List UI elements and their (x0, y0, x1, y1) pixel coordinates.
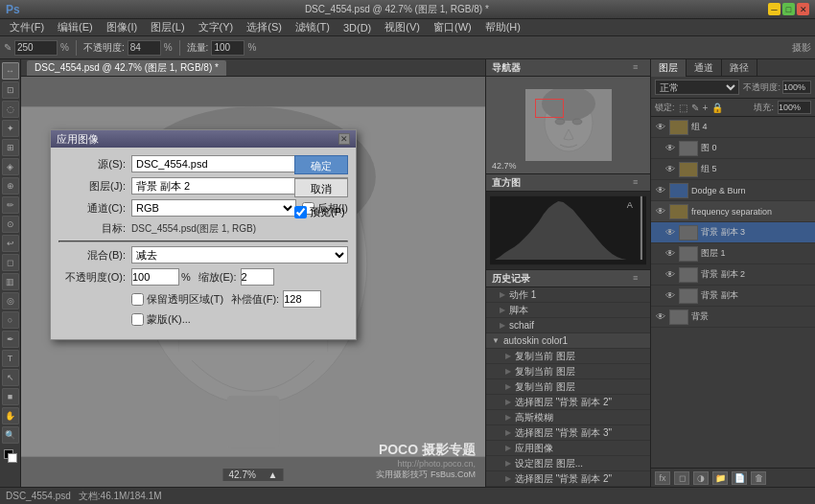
tab-paths[interactable]: 路径 (722, 59, 757, 77)
visibility-icon[interactable]: 👁 (664, 143, 676, 154)
magic-wand-tool[interactable]: ✦ (2, 120, 19, 137)
offset-input[interactable] (283, 290, 321, 308)
tab-layers[interactable]: 图层 (651, 59, 687, 77)
visibility-icon[interactable]: 👁 (664, 290, 676, 302)
dialog-cancel-button[interactable]: 取消 (294, 178, 348, 197)
history-item[interactable]: ▶ 选择图层 "背景 副本 2" (486, 471, 650, 487)
menu-file[interactable]: 文件(F) (4, 19, 50, 35)
minimize-button[interactable]: ─ (768, 3, 780, 15)
visibility-icon[interactable]: 👁 (655, 311, 666, 323)
blend-mode-select[interactable]: 正常 (655, 80, 739, 95)
layer-item[interactable]: 👁 背景 (651, 307, 815, 328)
layer-item[interactable]: 👁 背景 副本 2 (651, 264, 815, 286)
lock-image-icon[interactable]: ✎ (691, 103, 699, 113)
layer-item[interactable]: 👁 Dodge & Burn (651, 180, 815, 201)
dialog-close-button[interactable]: ✕ (338, 133, 350, 145)
shape-tool[interactable]: ■ (2, 388, 19, 405)
path-select-tool[interactable]: ↖ (2, 369, 19, 386)
history-item[interactable]: ▶ 设定图层 图层... (486, 456, 650, 471)
history-item[interactable]: ▶ 动作 1 (486, 287, 650, 303)
canvas-tab-item[interactable]: DSC_4554.psd @ 42.7% (图层 1, RGB/8) * (27, 60, 226, 76)
lock-all-icon[interactable]: 🔒 (711, 103, 723, 113)
layer-item[interactable]: 👁 组 4 (651, 117, 815, 138)
flow-input[interactable] (211, 40, 244, 56)
delete-layer-button[interactable]: 🗑 (751, 471, 766, 485)
history-item[interactable]: ▶ 选择图层 "背景 副本 2" (486, 395, 650, 410)
dialog-ok-button[interactable]: 确定 (294, 155, 348, 174)
visibility-icon[interactable]: 👁 (664, 269, 676, 281)
visibility-icon[interactable]: 👁 (664, 164, 676, 175)
healing-tool[interactable]: ⊕ (2, 177, 19, 195)
visibility-icon[interactable]: 👁 (664, 248, 676, 260)
dodge-tool[interactable]: ○ (2, 311, 19, 329)
opacity-value[interactable] (782, 80, 811, 94)
preserve-checkbox[interactable] (131, 293, 144, 306)
close-button[interactable]: ✕ (797, 3, 809, 15)
blur-tool[interactable]: ◎ (2, 292, 19, 309)
navigator-menu-icon[interactable]: ≡ (633, 62, 644, 74)
history-brush-tool[interactable]: ↩ (2, 235, 19, 252)
history-item[interactable]: ▶ 脚本 (486, 303, 650, 318)
menu-select[interactable]: 选择(S) (241, 19, 288, 35)
pen-tool[interactable]: ✒ (2, 331, 19, 348)
menu-layer[interactable]: 图层(L) (145, 19, 190, 35)
menu-help[interactable]: 帮助(H) (479, 19, 526, 35)
layers-list[interactable]: 👁 组 4 👁 图 0 👁 组 5 👁 (651, 117, 815, 468)
canvas-content[interactable]: 134772 POCO 摄影专题 http://photo.poco.cn, 实… (21, 77, 485, 487)
zoom-input[interactable] (14, 40, 58, 56)
scale-input[interactable] (241, 268, 274, 286)
menu-window[interactable]: 窗口(W) (428, 19, 477, 35)
layer-item[interactable]: 👁 frequency separation (651, 201, 815, 222)
visibility-icon[interactable]: 👁 (655, 206, 666, 218)
zoom-tool[interactable]: 🔍 (2, 426, 19, 444)
hand-tool[interactable]: ✋ (2, 407, 19, 424)
visibility-icon[interactable]: 👁 (655, 122, 666, 133)
history-content[interactable]: ▶ 动作 1 ▶ 脚本 ▶ schaif ▼ autoskin color1 (486, 287, 650, 487)
eraser-tool[interactable]: ◻ (2, 254, 19, 271)
adjustment-button[interactable]: ◑ (693, 471, 709, 485)
new-group-button[interactable]: 📁 (712, 471, 728, 485)
move-tool[interactable]: ↔ (2, 62, 19, 80)
history-item[interactable]: ▶ 复制当前 图层 (486, 379, 650, 395)
lasso-tool[interactable]: ◌ (2, 101, 19, 118)
brush-tool[interactable]: ✏ (2, 196, 19, 214)
history-section[interactable]: ▼ autoskin color1 (486, 333, 650, 349)
fx-button[interactable]: fx (655, 471, 670, 485)
clone-tool[interactable]: ⊙ (2, 216, 19, 233)
add-mask-button[interactable]: ◻ (674, 471, 689, 485)
layer-item[interactable]: 👁 背景 副本 3 (651, 222, 815, 243)
history-menu-icon[interactable]: ≡ (633, 273, 644, 285)
history-item[interactable]: ▶ 高斯模糊 (486, 410, 650, 425)
menu-view[interactable]: 视图(V) (379, 19, 426, 35)
opacity-dialog-input[interactable] (131, 268, 179, 286)
maximize-button[interactable]: □ (782, 3, 795, 15)
menu-type[interactable]: 文字(Y) (193, 19, 240, 35)
menu-filter[interactable]: 滤镜(T) (290, 19, 336, 35)
eyedropper-tool[interactable]: ◈ (2, 158, 19, 175)
history-item[interactable]: ▶ 复制当前 图层 (486, 364, 650, 379)
history-item[interactable]: ▶ 应用图像 (486, 441, 650, 456)
new-layer-button[interactable]: 📄 (732, 471, 747, 485)
menu-3d[interactable]: 3D(D) (338, 21, 377, 34)
navigator-content[interactable]: 42.7% (486, 77, 650, 173)
color-swatches[interactable] (4, 449, 17, 463)
menu-image[interactable]: 图像(I) (101, 19, 143, 35)
marquee-tool[interactable]: ⊡ (2, 81, 19, 99)
history-item[interactable]: ▶ 选择图层 "背景 副本 3" (486, 425, 650, 441)
blending-select[interactable]: 减去 (131, 246, 348, 263)
layer-item[interactable]: 👁 图层 1 (651, 243, 815, 264)
history-item[interactable]: ▶ schaif (486, 318, 650, 333)
layer-item[interactable]: 👁 图 0 (651, 138, 815, 159)
tab-channels[interactable]: 通道 (687, 59, 722, 77)
gradient-tool[interactable]: ▥ (2, 273, 19, 290)
channel-select[interactable]: RGB (131, 199, 296, 217)
lock-transparent-icon[interactable]: ⬚ (679, 103, 687, 113)
opacity-input[interactable] (128, 40, 161, 56)
crop-tool[interactable]: ⊞ (2, 139, 19, 156)
menu-edit[interactable]: 编辑(E) (52, 19, 99, 35)
text-tool[interactable]: T (2, 350, 19, 367)
visibility-icon[interactable]: 👁 (655, 185, 666, 196)
visibility-icon[interactable]: 👁 (664, 227, 676, 239)
layer-item[interactable]: 👁 背景 副本 (651, 286, 815, 307)
layer-item[interactable]: 👁 组 5 (651, 159, 815, 180)
